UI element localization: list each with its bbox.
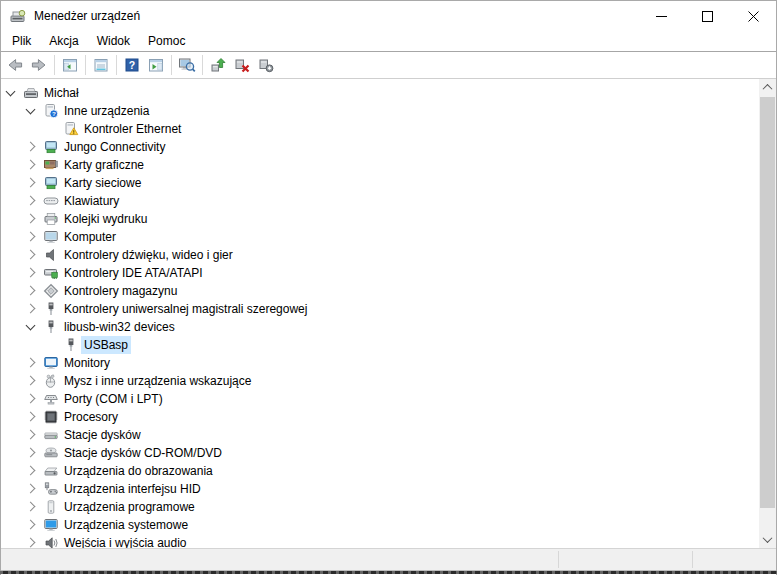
disk-drive-icon: [43, 427, 59, 443]
tree-item-porty-com-i-lpt[interactable]: Porty (COM i LPT): [1, 390, 759, 408]
tree-item-label: Karty sieciowe: [61, 174, 144, 192]
scan-hardware-changes-button[interactable]: [175, 54, 199, 76]
chevron-collapsed-icon[interactable]: [26, 286, 36, 296]
chevron-collapsed-icon[interactable]: [26, 358, 36, 368]
scrollbar-thumb[interactable]: [760, 97, 775, 508]
console-tree-toggle-button[interactable]: [58, 54, 82, 76]
computer-search-icon: [178, 56, 196, 74]
scroll-up-button[interactable]: [759, 79, 776, 96]
minimize-button[interactable]: [638, 2, 684, 31]
tree-item-jungo-connectivity[interactable]: Jungo Connectivity: [1, 138, 759, 156]
properties-button[interactable]: [89, 54, 113, 76]
close-button[interactable]: [730, 2, 776, 31]
help-icon: ?: [123, 56, 141, 74]
menubar: PlikAkcjaWidokPomoc: [1, 31, 776, 52]
tree-item-stacje-dyskow-cd-rom-dvd[interactable]: Stacje dysków CD-ROM/DVD: [1, 444, 759, 462]
tree-item-label: Komputer: [61, 228, 119, 246]
maximize-button[interactable]: [684, 2, 730, 31]
tree-item-libusb-win32-devices[interactable]: libusb-win32 devices: [1, 318, 759, 336]
chevron-collapsed-icon[interactable]: [26, 304, 36, 314]
scroll-down-button[interactable]: [759, 531, 776, 548]
action-pane-toggle-button[interactable]: [144, 54, 168, 76]
forward-arrow-icon: [30, 56, 48, 74]
tree-item-kontrolery-usb[interactable]: Kontrolery uniwersalnej magistrali szere…: [1, 300, 759, 318]
printer-icon: [43, 211, 59, 227]
tree-item-kontrolery-dzwieku-wideo-i-gier[interactable]: Kontrolery dźwięku, wideo i gier: [1, 246, 759, 264]
tree-item-michal[interactable]: Michał: [1, 84, 759, 102]
tree-item-kontrolery-magazynu[interactable]: Kontrolery magazynu: [1, 282, 759, 300]
chevron-collapsed-icon[interactable]: [26, 448, 36, 458]
tree-item-urzadzenia-interfejsu-hid[interactable]: Urządzenia interfejsu HID: [1, 480, 759, 498]
tree-item-kontroler-ethernet[interactable]: Kontroler Ethernet: [1, 120, 759, 138]
tree-item-komputer[interactable]: Komputer: [1, 228, 759, 246]
menu-item-akcja[interactable]: Akcja: [40, 32, 87, 50]
uninstall-device-button[interactable]: [230, 54, 254, 76]
chevron-collapsed-icon[interactable]: [26, 412, 36, 422]
back-button[interactable]: [3, 54, 27, 76]
chevron-collapsed-icon[interactable]: [26, 538, 36, 548]
menu-item-plik[interactable]: Plik: [3, 32, 40, 50]
device-manager-app-icon: [9, 7, 27, 25]
chevron-collapsed-icon[interactable]: [26, 502, 36, 512]
close-icon: [748, 11, 759, 22]
tree-item-label: Kontrolery magazynu: [61, 282, 180, 300]
chevron-collapsed-icon[interactable]: [26, 520, 36, 530]
chevron-collapsed-icon[interactable]: [26, 394, 36, 404]
tree-item-kolejki-wydruku[interactable]: Kolejki wydruku: [1, 210, 759, 228]
unknown-device-icon: ?: [43, 103, 59, 119]
tree-item-label: Urządzenia do obrazowania: [61, 462, 216, 480]
vertical-scrollbar[interactable]: [759, 79, 776, 548]
tree-item-label: Kolejki wydruku: [61, 210, 150, 228]
chevron-collapsed-icon[interactable]: [26, 160, 36, 170]
tree-item-label: libusb-win32 devices: [61, 318, 178, 336]
tree-item-urzadzenia-do-obrazowania[interactable]: Urządzenia do obrazowania: [1, 462, 759, 480]
chevron-expanded-icon[interactable]: [26, 321, 36, 331]
device-refresh-button[interactable]: [254, 54, 278, 76]
tree-item-urzadzenia-systemowe[interactable]: Urządzenia systemowe: [1, 516, 759, 534]
svg-text:?: ?: [52, 110, 56, 117]
help-button[interactable]: ?: [120, 54, 144, 76]
chevron-up-icon: [763, 84, 773, 94]
forward-button[interactable]: [27, 54, 51, 76]
chevron-expanded-icon[interactable]: [6, 87, 16, 97]
tree-item-klawiatury[interactable]: Klawiatury: [1, 192, 759, 210]
statusbar: [1, 548, 776, 571]
toolbar-separator: [54, 55, 55, 75]
chevron-expanded-icon[interactable]: [26, 105, 36, 115]
tree-item-kontrolery-ide-ata-atapi[interactable]: Kontrolery IDE ATA/ATAPI: [1, 264, 759, 282]
chevron-down-icon: [763, 533, 773, 543]
chevron-collapsed-icon[interactable]: [26, 250, 36, 260]
update-driver-button[interactable]: [206, 54, 230, 76]
tree-item-urzadzenia-programowe[interactable]: Urządzenia programowe: [1, 498, 759, 516]
chevron-collapsed-icon[interactable]: [26, 142, 36, 152]
usb-icon: [43, 319, 59, 335]
menu-item-pomoc[interactable]: Pomoc: [139, 32, 194, 50]
tree-item-label: Urządzenia systemowe: [61, 516, 191, 534]
chevron-collapsed-icon[interactable]: [26, 196, 36, 206]
menu-item-widok[interactable]: Widok: [88, 32, 139, 50]
chevron-collapsed-icon[interactable]: [26, 268, 36, 278]
cdrom-drive-icon: [43, 445, 59, 461]
chevron-collapsed-icon[interactable]: [26, 466, 36, 476]
tree-item-karty-sieciowe[interactable]: Karty sieciowe: [1, 174, 759, 192]
chevron-collapsed-icon[interactable]: [26, 178, 36, 188]
chevron-collapsed-icon[interactable]: [26, 430, 36, 440]
tree-item-mysz-i-inne-urzadzenia-wskazujace[interactable]: Mysz i inne urządzenia wskazujące: [1, 372, 759, 390]
tree-item-usbasp[interactable]: USBasp: [1, 336, 759, 354]
chevron-collapsed-icon[interactable]: [26, 484, 36, 494]
tree-item-stacje-dyskow[interactable]: Stacje dysków: [1, 426, 759, 444]
chevron-collapsed-icon[interactable]: [26, 214, 36, 224]
tree-item-monitory[interactable]: Monitory: [1, 354, 759, 372]
tree-item-inne-urzadzenia[interactable]: ?Inne urządzenia: [1, 102, 759, 120]
tree-item-procesory[interactable]: Procesory: [1, 408, 759, 426]
keyboard-icon: [43, 193, 59, 209]
network-adapter-icon: [43, 139, 59, 155]
chevron-collapsed-icon[interactable]: [26, 376, 36, 386]
chevron-collapsed-icon[interactable]: [26, 232, 36, 242]
titlebar: Menedżer urządzeń: [1, 1, 776, 31]
background-window-edge: [0, 571, 777, 574]
tree-item-karty-graficzne[interactable]: Karty graficzne: [1, 156, 759, 174]
tree-item-wejscia-i-wyjscia-audio[interactable]: Wejścia i wyjścia audio: [1, 534, 759, 548]
tree-item-label: Kontrolery dźwięku, wideo i gier: [61, 246, 236, 264]
speaker-icon: [43, 247, 59, 263]
